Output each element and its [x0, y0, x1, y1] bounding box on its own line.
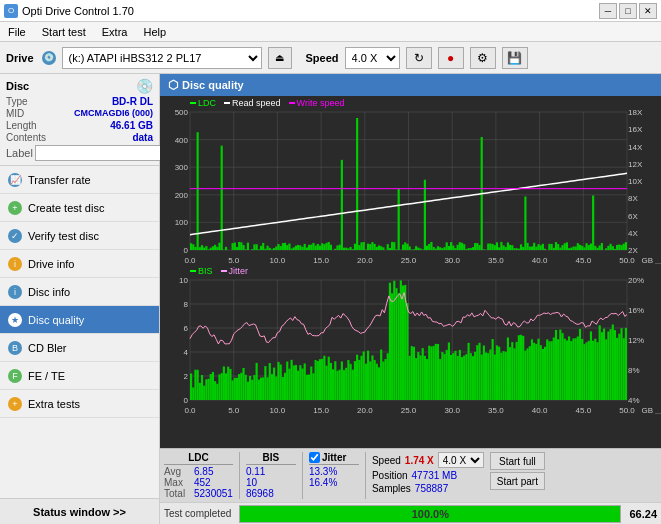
type-value: BD-R DL — [112, 96, 153, 107]
drive-select[interactable]: (k:) ATAPI iHBS312 2 PL17 — [62, 47, 262, 69]
speed-select[interactable]: 4.0 X — [345, 47, 400, 69]
drive-bar: Drive 💿 (k:) ATAPI iHBS312 2 PL17 ⏏ Spee… — [0, 42, 661, 74]
stats-area: LDC Avg 6.85 Max 452 Total 5230051 BIS — [160, 448, 661, 502]
menu-help[interactable]: Help — [139, 25, 170, 39]
disc-info-icon: i — [8, 285, 22, 299]
window-controls: ─ □ ✕ — [599, 3, 657, 19]
minimize-button[interactable]: ─ — [599, 3, 617, 19]
settings-button[interactable]: ⚙ — [470, 47, 496, 69]
nav-extra-tests[interactable]: + Extra tests — [0, 390, 159, 418]
menu-extra[interactable]: Extra — [98, 25, 132, 39]
close-button[interactable]: ✕ — [639, 3, 657, 19]
top-chart: LDC Read speed Write speed — [160, 96, 661, 264]
bottom-bar: Test completed 100.0% 66.24 — [160, 502, 661, 524]
read-speed-legend: Read speed — [232, 98, 281, 108]
nav-transfer-rate[interactable]: 📈 Transfer rate — [0, 166, 159, 194]
bis-legend: BIS — [198, 266, 213, 276]
refresh-button[interactable]: ↻ — [406, 47, 432, 69]
divider-1 — [239, 452, 240, 499]
progress-bar: 100.0% — [239, 505, 621, 523]
nav-drive-info-label: Drive info — [28, 258, 74, 270]
start-part-button[interactable]: Start part — [490, 472, 545, 490]
right-panel: ⬡ Disc quality LDC Read speed — [160, 74, 661, 524]
length-label: Length — [6, 120, 37, 131]
speed-value: 1.74 X — [405, 455, 434, 466]
bis-total: 86968 — [246, 488, 274, 499]
ldc-total: 5230051 — [194, 488, 233, 499]
contents-label: Contents — [6, 132, 46, 143]
nav-disc-quality[interactable]: ★ Disc quality — [0, 306, 159, 334]
max-label: Max — [164, 477, 192, 488]
jitter-avg: 13.3% — [309, 466, 359, 477]
nav-fe-te[interactable]: F FE / TE — [0, 362, 159, 390]
length-value: 46.61 GB — [110, 120, 153, 131]
drive-label: Drive — [6, 52, 34, 64]
nav-create-label: Create test disc — [28, 202, 104, 214]
nav-disc-quality-label: Disc quality — [28, 314, 84, 326]
speed-label: Speed — [372, 455, 401, 466]
maximize-button[interactable]: □ — [619, 3, 637, 19]
disc-info-section: Disc 💿 Type BD-R DL MID CMCMAGDI6 (000) … — [0, 74, 159, 166]
menu-bar: File Start test Extra Help — [0, 22, 661, 42]
nav-disc-info[interactable]: i Disc info — [0, 278, 159, 306]
total-label: Total — [164, 488, 192, 499]
top-chart-legend: LDC Read speed Write speed — [190, 98, 344, 108]
extra-tests-icon: + — [8, 397, 22, 411]
speed-label: Speed — [306, 52, 339, 64]
disc-quality-icon: ★ — [8, 313, 22, 327]
nav-cd-bler-label: CD Bler — [28, 342, 67, 354]
fe-te-icon: F — [8, 369, 22, 383]
nav-disc-info-label: Disc info — [28, 286, 70, 298]
position-label: Position — [372, 470, 408, 481]
start-full-button[interactable]: Start full — [490, 452, 545, 470]
speed-dropdown[interactable]: 4.0 X — [438, 452, 484, 468]
avg-label: Avg — [164, 466, 192, 477]
bis-avg: 0.11 — [246, 466, 265, 477]
save-button[interactable]: 💾 — [502, 47, 528, 69]
ldc-avg: 6.85 — [194, 466, 213, 477]
jitter-max: 16.4% — [309, 477, 359, 488]
eject-button[interactable]: ⏏ — [268, 47, 292, 69]
ldc-header: LDC — [164, 452, 233, 465]
status-window-button[interactable]: Status window >> — [0, 498, 159, 524]
nav-create-test-disc[interactable]: + Create test disc — [0, 194, 159, 222]
app-logo: O — [4, 4, 18, 18]
samples-value: 758887 — [415, 483, 448, 494]
menu-file[interactable]: File — [4, 25, 30, 39]
transfer-rate-icon: 📈 — [8, 173, 22, 187]
jitter-header: Jitter — [322, 452, 346, 463]
drive-info-icon: i — [8, 257, 22, 271]
nav-fe-te-label: FE / TE — [28, 370, 65, 382]
disc-section-title: Disc — [6, 80, 29, 92]
status-text: Test completed — [164, 508, 231, 519]
cd-bler-icon: B — [8, 341, 22, 355]
bis-max: 10 — [246, 477, 257, 488]
nav-drive-info[interactable]: i Drive info — [0, 250, 159, 278]
nav-verify-label: Verify test disc — [28, 230, 99, 242]
jitter-checkbox[interactable] — [309, 452, 320, 463]
nav-cd-bler[interactable]: B CD Bler — [0, 334, 159, 362]
action-buttons: Start full Start part — [490, 452, 545, 490]
menu-start-test[interactable]: Start test — [38, 25, 90, 39]
title-bar: O Opti Drive Control 1.70 ─ □ ✕ — [0, 0, 661, 22]
nav-transfer-rate-label: Transfer rate — [28, 174, 91, 186]
contents-value: data — [132, 132, 153, 143]
disc-label-input[interactable] — [35, 145, 166, 161]
bottom-right-value: 66.24 — [629, 508, 657, 520]
verify-icon: ✓ — [8, 229, 22, 243]
bottom-chart-legend: BIS Jitter — [190, 266, 248, 276]
dq-icon: ⬡ — [168, 78, 178, 92]
type-label: Type — [6, 96, 28, 107]
app-title: Opti Drive Control 1.70 — [22, 5, 134, 17]
bis-header: BIS — [246, 452, 296, 465]
ldc-stats: LDC Avg 6.85 Max 452 Total 5230051 — [164, 452, 233, 499]
nav-verify-test-disc[interactable]: ✓ Verify test disc — [0, 222, 159, 250]
burn-button[interactable]: ● — [438, 47, 464, 69]
position-value: 47731 MB — [412, 470, 458, 481]
dq-title: Disc quality — [182, 79, 244, 91]
main-layout: Disc 💿 Type BD-R DL MID CMCMAGDI6 (000) … — [0, 74, 661, 524]
bottom-chart: BIS Jitter — [160, 264, 661, 414]
nav-items: 📈 Transfer rate + Create test disc ✓ Ver… — [0, 166, 159, 498]
disc-icon: 💿 — [136, 78, 153, 94]
charts-area: LDC Read speed Write speed — [160, 96, 661, 448]
